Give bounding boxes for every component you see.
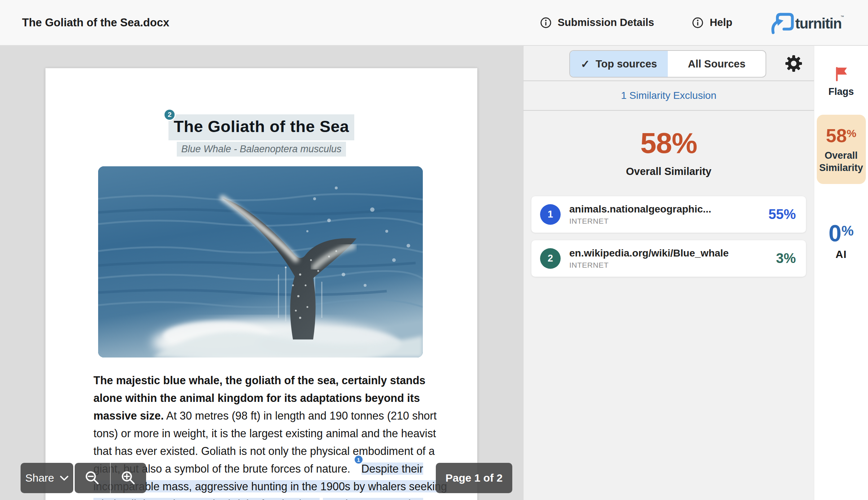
chevron-down-icon — [60, 475, 69, 481]
source-name: en.wikipedia.org/wiki/Blue_whale — [569, 247, 776, 259]
body-text: that has ever existed. Goliath is not on… — [93, 445, 435, 457]
tab-all-sources-label: All Sources — [688, 58, 746, 70]
source-number-badge: 1 — [540, 204, 561, 225]
overall-similarity-score: 58% — [523, 127, 814, 160]
similarity-nav-label: Overall Similarity — [817, 149, 865, 174]
help-button[interactable]: Help — [692, 17, 732, 29]
source-list: 1 animals.nationalgeographic... INTERNET… — [531, 196, 806, 277]
zoom-out-icon — [84, 470, 100, 486]
overall-similarity-nav-card[interactable]: 58% Overall Similarity — [817, 115, 866, 184]
document-subtitle-row: Blue Whale - Balaenoptera musculus — [45, 142, 477, 157]
info-icon — [692, 17, 704, 29]
document-filename: The Goliath of the Sea.docx — [22, 16, 169, 29]
ai-writing-nav-card[interactable]: 0% AI — [829, 220, 854, 260]
body-text: At 30 metres (98 ft) in length and 190 t… — [164, 409, 437, 422]
turnitin-logo: turnitin ™ — [770, 11, 845, 34]
highlighted-text[interactable]: incomparable mass, aggressive hunting in… — [93, 480, 447, 492]
sources-panel: ✓ Top sources All Sources — [523, 46, 814, 500]
document-title-text: The Goliath of the Sea — [174, 117, 349, 136]
ai-score: 0% — [829, 220, 854, 244]
tab-top-sources[interactable]: ✓ Top sources — [570, 51, 668, 77]
sources-tab-group: ✓ Top sources All Sources — [569, 50, 766, 78]
zoom-controls — [75, 463, 146, 493]
report-nav-sidebar: Flags 58% Overall Similarity 0% AI — [814, 46, 868, 500]
similarity-exclusion-link[interactable]: 1 Similarity Exclusion — [621, 90, 716, 101]
document-text-line: massive size. At 30 metres (98 ft) in le… — [93, 407, 436, 425]
body-text: tons) or more in weight, it is the large… — [93, 427, 436, 439]
document-text-line: alone within the animal kingdom for its … — [93, 389, 436, 407]
topbar-actions: Submission Details Help turnitin ™ — [540, 11, 845, 34]
info-icon — [540, 17, 552, 29]
whale-tail-photo — [98, 166, 423, 358]
document-text-line: that has ever existed. Goliath is not on… — [93, 442, 436, 460]
source-number-badge: 2 — [540, 248, 561, 269]
document-page: 2The Goliath of the Sea Blue Whale - Bal… — [45, 68, 477, 500]
page-indicator: Page 1 of 2 — [436, 463, 512, 493]
source-card[interactable]: 2 en.wikipedia.org/wiki/Blue_whale INTER… — [531, 240, 806, 277]
source-type: INTERNET — [569, 217, 768, 225]
source-percentage: 55% — [768, 207, 796, 222]
body-text: massive size. — [93, 409, 164, 422]
document-subtitle: Blue Whale - Balaenoptera musculus — [177, 142, 346, 157]
zoom-in-button[interactable] — [111, 463, 146, 493]
body-text: The majestic blue whale, the goliath of … — [93, 374, 425, 386]
gear-icon — [785, 67, 802, 73]
submission-details-button[interactable]: Submission Details — [540, 17, 654, 29]
overall-similarity-summary: 58% Overall Similarity — [523, 111, 814, 177]
highlighted-text[interactable]: Despite their — [361, 462, 423, 475]
sources-tabs-row: ✓ Top sources All Sources — [523, 46, 814, 81]
source-badge-1[interactable]: 1 — [354, 455, 364, 465]
body-text: alone within the animal kingdom for its … — [93, 392, 420, 404]
flags-label: Flags — [828, 86, 854, 97]
body-text — [320, 498, 323, 500]
ai-label: AI — [829, 249, 854, 260]
share-button[interactable]: Share — [21, 463, 73, 493]
similarity-nav-score: 58% — [817, 124, 865, 145]
source-card[interactable]: 1 animals.nationalgeographic... INTERNET… — [531, 196, 806, 233]
tab-top-sources-label: Top sources — [596, 58, 657, 70]
tab-all-sources[interactable]: All Sources — [668, 51, 766, 77]
highlighted-text[interactable]: whale oil drove them to the brink of ext… — [93, 498, 320, 500]
document-text-line: The majestic blue whale, the goliath of … — [93, 372, 436, 389]
source-info: animals.nationalgeographic... INTERNET — [569, 203, 768, 225]
highlighted-text[interactable]: But the conservation — [323, 498, 423, 500]
settings-button[interactable] — [785, 55, 802, 72]
zoom-out-button[interactable] — [75, 463, 111, 493]
similarity-exclusion-row: 1 Similarity Exclusion — [523, 81, 814, 111]
flag-icon — [833, 77, 849, 83]
overall-similarity-label: Overall Similarity — [523, 166, 814, 177]
document-text-line: whale oil drove them to the brink of ext… — [93, 495, 436, 500]
share-label: Share — [25, 472, 54, 484]
help-label: Help — [710, 17, 732, 28]
source-name: animals.nationalgeographic... — [569, 203, 768, 215]
document-viewer: 2The Goliath of the Sea Blue Whale - Bal… — [0, 46, 523, 500]
check-icon: ✓ — [581, 58, 590, 70]
document-title: 2The Goliath of the Sea — [168, 114, 354, 140]
flags-button[interactable]: Flags — [828, 66, 854, 97]
submission-details-label: Submission Details — [558, 17, 654, 28]
zoom-in-icon — [120, 470, 136, 486]
source-type: INTERNET — [569, 261, 776, 269]
document-text-line: tons) or more in weight, it is the large… — [93, 425, 436, 442]
top-bar: The Goliath of the Sea.docx Submission D… — [0, 0, 868, 46]
svg-text:™: ™ — [841, 15, 844, 19]
brand-text: turnitin — [795, 16, 841, 32]
document-title-row: 2The Goliath of the Sea — [45, 114, 477, 140]
source-info: en.wikipedia.org/wiki/Blue_whale INTERNE… — [569, 247, 776, 269]
source-percentage: 3% — [776, 251, 796, 266]
